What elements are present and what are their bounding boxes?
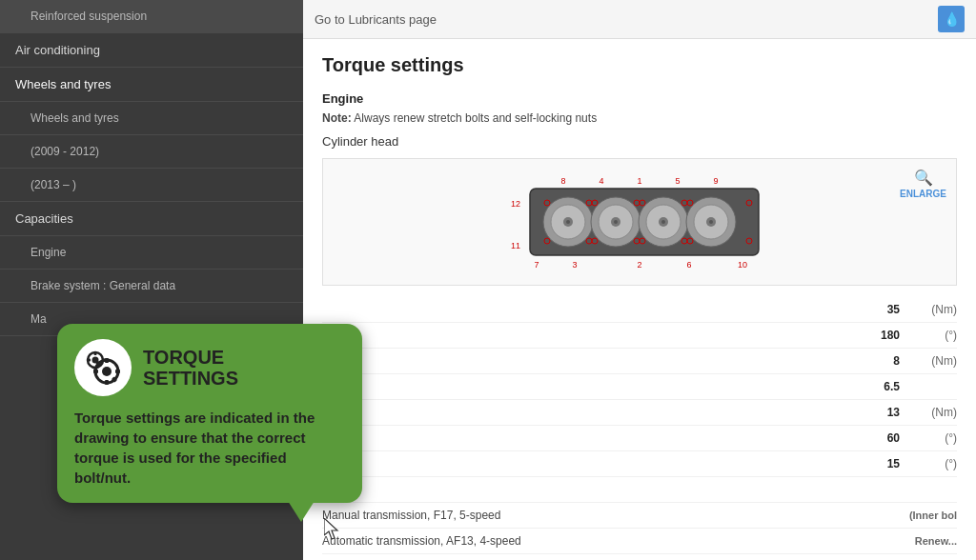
tooltip-arrow	[288, 501, 315, 522]
sidebar-item-engine[interactable]: Engine	[0, 236, 303, 270]
data-row-10: Automatic transmission, AF13, 4-speed Re…	[322, 529, 957, 554]
svg-text:8: 8	[560, 176, 565, 186]
cylinder-diagram-svg: 8 4 1 5 9 12 11	[506, 174, 773, 270]
tooltip-header: TORQUE SETTINGS	[74, 339, 345, 396]
svg-text:5: 5	[675, 176, 680, 186]
note-content: Always renew stretch bolts and self-lock…	[354, 111, 597, 125]
svg-text:11: 11	[511, 241, 520, 250]
lubricants-link[interactable]: Go to Lubricants page	[315, 12, 938, 27]
data-row-2: 180 (°)	[322, 323, 957, 349]
svg-point-54	[92, 357, 99, 364]
svg-text:2: 2	[637, 260, 641, 270]
sidebar-item-brake-system[interactable]: Brake system : General data	[0, 270, 303, 303]
svg-point-11	[566, 220, 570, 224]
data-row-7: 15 (°)	[322, 451, 957, 477]
section-engine-label: Engine	[322, 91, 957, 106]
data-row-3: 8 (Nm)	[322, 349, 957, 374]
enlarge-button[interactable]: 🔍 ENLARGE	[900, 169, 946, 199]
sidebar-item-air-conditioning[interactable]: Air conditioning	[0, 33, 303, 68]
top-bar: Go to Lubricants page 💧	[303, 0, 976, 39]
svg-rect-55	[94, 351, 97, 355]
tooltip-gear-icon	[74, 339, 132, 396]
note-prefix: Note:	[322, 111, 352, 125]
svg-point-23	[709, 220, 713, 224]
sidebar-item-reinforced-suspension[interactable]: Reinforced suspension	[0, 0, 303, 33]
svg-text:7: 7	[534, 260, 539, 270]
note-text: Note: Always renew stretch bolts and sel…	[322, 111, 957, 125]
svg-text:3: 3	[572, 260, 577, 270]
data-row-9: Manual transmission, F17, 5-speed (Inner…	[322, 503, 957, 529]
torque-tooltip: TORQUE SETTINGS Torque settings are indi…	[57, 324, 362, 503]
sidebar-item-wheels-and-tyres[interactable]: Wheels and tyres	[0, 102, 303, 135]
svg-rect-58	[102, 359, 106, 362]
data-row-5: 13 (Nm)	[322, 400, 957, 426]
svg-rect-57	[87, 359, 91, 362]
svg-rect-50	[115, 370, 120, 373]
data-row-6: 60 (°)	[322, 426, 957, 451]
svg-text:10: 10	[738, 260, 747, 270]
enlarge-icon: 🔍	[914, 169, 933, 187]
tooltip-body: Torque settings are indicated in the dra…	[74, 408, 345, 488]
sidebar-item-wheels-and-tyres-header[interactable]: Wheels and tyres	[0, 68, 303, 102]
main-content: Go to Lubricants page 💧 Torque settings …	[303, 0, 976, 560]
sidebar-item-years-2009-2012[interactable]: (2009 - 2012)	[0, 135, 303, 169]
svg-text:1: 1	[637, 176, 641, 186]
svg-point-15	[614, 220, 618, 224]
diagram-container: 🔍 ENLARGE 8 4 1 5 9 12 11	[322, 158, 957, 286]
content-area: Torque settings Engine Note: Always rene…	[303, 39, 976, 560]
svg-text:12: 12	[511, 199, 520, 209]
engine-diagram: 8 4 1 5 9 12 11	[338, 174, 941, 270]
svg-rect-48	[105, 380, 109, 385]
enlarge-label: ENLARGE	[900, 189, 946, 199]
svg-point-19	[661, 220, 665, 224]
sidebar-item-years-2013[interactable]: (2013 – )	[0, 169, 303, 202]
svg-text:6: 6	[686, 260, 691, 270]
sidebar-item-capacities[interactable]: Capacities	[0, 202, 303, 236]
svg-text:4: 4	[599, 176, 603, 186]
subsection-title: Cylinder head	[322, 134, 957, 149]
data-row-8: M8	[322, 477, 957, 503]
data-row-4: 6.5	[322, 374, 957, 400]
tooltip-title: TORQUE SETTINGS	[143, 347, 238, 389]
svg-text:9: 9	[713, 176, 718, 186]
svg-rect-56	[94, 367, 97, 370]
svg-point-46	[102, 367, 112, 376]
lubricants-icon[interactable]: 💧	[938, 6, 965, 32]
data-row-1: 35 (Nm)	[322, 297, 957, 323]
page-title: Torque settings	[322, 54, 957, 76]
